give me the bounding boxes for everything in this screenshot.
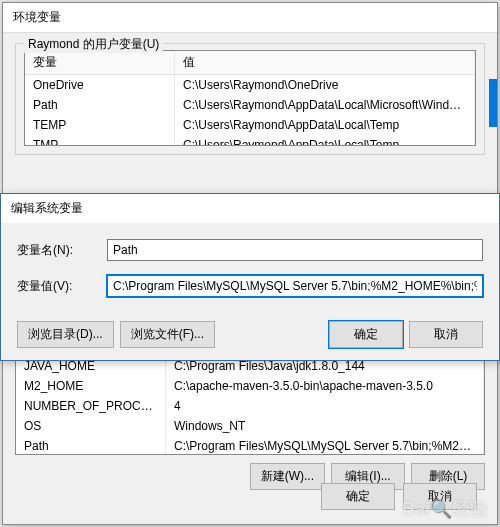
new-button[interactable]: 新建(W)... bbox=[250, 463, 325, 490]
system-vars-list[interactable]: JAVA_HOME C:\Program Files\Java\jdk1.8.0… bbox=[15, 355, 485, 455]
edit-dialog-title: 编辑系统变量 bbox=[1, 194, 499, 223]
dialog-action-buttons: 确定 取消 bbox=[321, 483, 477, 510]
user-vars-group: Raymond 的用户变量(U) 变量 值 OneDrive C:\Users\… bbox=[15, 43, 485, 155]
browse-dir-button[interactable]: 浏览目录(D)... bbox=[17, 321, 114, 348]
var-name-label: 变量名(N): bbox=[17, 242, 107, 259]
var-value-row: 变量值(V): bbox=[17, 275, 483, 297]
var-name-row: 变量名(N): bbox=[17, 239, 483, 261]
list-item[interactable]: M2_HOME C:\apache-maven-3.5.0-bin\apache… bbox=[16, 376, 484, 396]
var-value-input[interactable] bbox=[107, 275, 483, 297]
accent-strip bbox=[489, 79, 497, 127]
var-name-input[interactable] bbox=[107, 239, 483, 261]
user-vars-label: Raymond 的用户变量(U) bbox=[24, 36, 163, 53]
user-vars-list[interactable]: 变量 值 OneDrive C:\Users\Raymond\OneDrive … bbox=[24, 50, 476, 146]
system-vars-group: JAVA_HOME C:\Program Files\Java\jdk1.8.0… bbox=[15, 355, 485, 494]
list-item[interactable]: NUMBER_OF_PROCESSORS 4 bbox=[16, 396, 484, 416]
ok-button[interactable]: 确定 bbox=[329, 321, 403, 348]
list-item[interactable]: OneDrive C:\Users\Raymond\OneDrive bbox=[25, 75, 475, 95]
edit-dialog-buttons: 浏览目录(D)... 浏览文件(F)... 确定 取消 bbox=[1, 317, 499, 360]
list-item[interactable]: TMP C:\Users\Raymond\AppData\Local\Temp bbox=[25, 135, 475, 146]
col-header-value[interactable]: 值 bbox=[175, 51, 475, 74]
env-dialog-title: 环境变量 bbox=[3, 3, 497, 33]
var-value-label: 变量值(V): bbox=[17, 278, 107, 295]
list-item[interactable]: Path C:\Users\Raymond\AppData\Local\Micr… bbox=[25, 95, 475, 115]
list-item[interactable]: TEMP C:\Users\Raymond\AppData\Local\Temp bbox=[25, 115, 475, 135]
ok-button[interactable]: 确定 bbox=[321, 483, 395, 510]
list-item[interactable]: OS Windows_NT bbox=[16, 416, 484, 436]
cancel-button[interactable]: 取消 bbox=[403, 483, 477, 510]
cancel-button[interactable]: 取消 bbox=[409, 321, 483, 348]
browse-file-button[interactable]: 浏览文件(F)... bbox=[120, 321, 215, 348]
list-header: 变量 值 bbox=[25, 51, 475, 75]
col-header-name[interactable]: 变量 bbox=[25, 51, 175, 74]
edit-system-var-dialog: 编辑系统变量 变量名(N): 变量值(V): 浏览目录(D)... 浏览文件(F… bbox=[0, 193, 500, 361]
list-item[interactable]: Path C:\Program Files\MySQL\MySQL Server… bbox=[16, 436, 484, 455]
